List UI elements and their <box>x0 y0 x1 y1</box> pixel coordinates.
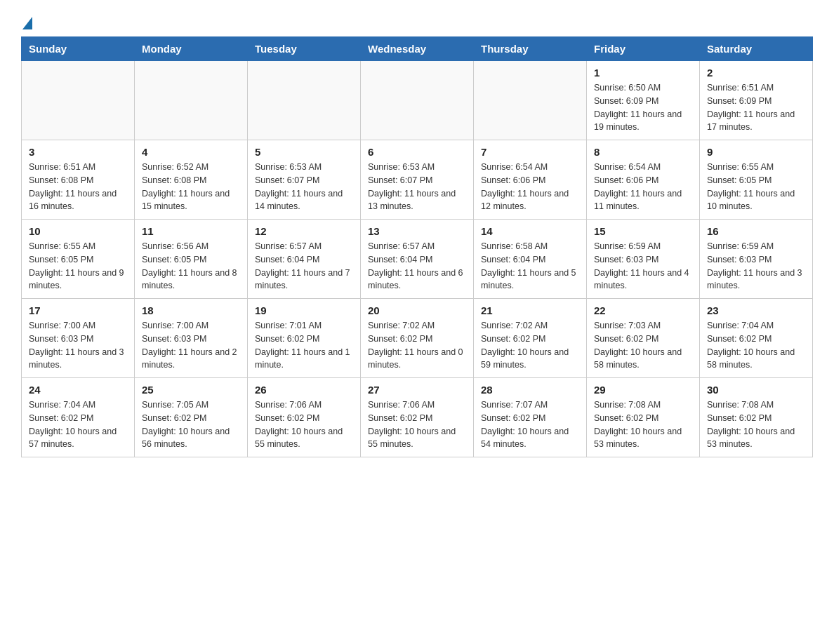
calendar-day-cell: 6Sunrise: 6:53 AMSunset: 6:07 PMDaylight… <box>361 140 474 220</box>
day-info: Sunrise: 7:03 AMSunset: 6:02 PMDaylight:… <box>594 319 692 372</box>
calendar-day-cell <box>361 61 474 140</box>
day-info: Sunrise: 6:57 AMSunset: 6:04 PMDaylight:… <box>368 240 466 293</box>
calendar-day-cell: 18Sunrise: 7:00 AMSunset: 6:03 PMDayligh… <box>135 299 248 378</box>
day-info: Sunrise: 6:54 AMSunset: 6:06 PMDaylight:… <box>594 161 692 213</box>
day-of-week-header-wednesday: Wednesday <box>361 37 474 61</box>
day-number: 26 <box>255 384 353 396</box>
day-number: 4 <box>142 146 240 158</box>
day-info: Sunrise: 7:08 AMSunset: 6:02 PMDaylight:… <box>594 398 692 451</box>
calendar-day-cell: 14Sunrise: 6:58 AMSunset: 6:04 PMDayligh… <box>474 220 587 299</box>
calendar-day-cell: 4Sunrise: 6:52 AMSunset: 6:08 PMDaylight… <box>135 140 248 220</box>
day-info: Sunrise: 7:00 AMSunset: 6:03 PMDaylight:… <box>142 319 240 372</box>
calendar-day-cell: 5Sunrise: 6:53 AMSunset: 6:07 PMDaylight… <box>248 140 361 220</box>
day-info: Sunrise: 7:08 AMSunset: 6:02 PMDaylight:… <box>707 398 805 451</box>
day-of-week-header-tuesday: Tuesday <box>248 37 361 61</box>
day-number: 6 <box>368 146 466 158</box>
calendar-day-cell: 21Sunrise: 7:02 AMSunset: 6:02 PMDayligh… <box>474 299 587 378</box>
calendar-day-cell <box>248 61 361 140</box>
day-info: Sunrise: 6:50 AMSunset: 6:09 PMDaylight:… <box>594 81 692 134</box>
calendar-week-row: 10Sunrise: 6:55 AMSunset: 6:05 PMDayligh… <box>22 220 813 299</box>
day-info: Sunrise: 7:07 AMSunset: 6:02 PMDaylight:… <box>481 398 579 451</box>
day-number: 12 <box>255 225 353 237</box>
day-of-week-header-monday: Monday <box>135 37 248 61</box>
calendar-day-cell: 2Sunrise: 6:51 AMSunset: 6:09 PMDaylight… <box>700 61 813 140</box>
calendar-day-cell: 26Sunrise: 7:06 AMSunset: 6:02 PMDayligh… <box>248 378 361 457</box>
calendar-week-row: 24Sunrise: 7:04 AMSunset: 6:02 PMDayligh… <box>22 378 813 457</box>
day-number: 21 <box>481 304 579 316</box>
day-info: Sunrise: 7:06 AMSunset: 6:02 PMDaylight:… <box>255 398 353 451</box>
day-info: Sunrise: 7:01 AMSunset: 6:02 PMDaylight:… <box>255 319 353 372</box>
day-number: 20 <box>368 304 466 316</box>
day-info: Sunrise: 7:02 AMSunset: 6:02 PMDaylight:… <box>368 319 466 372</box>
day-number: 13 <box>368 225 466 237</box>
calendar-day-cell: 8Sunrise: 6:54 AMSunset: 6:06 PMDaylight… <box>587 140 700 220</box>
day-info: Sunrise: 6:55 AMSunset: 6:05 PMDaylight:… <box>29 240 127 293</box>
calendar-day-cell: 10Sunrise: 6:55 AMSunset: 6:05 PMDayligh… <box>22 220 135 299</box>
day-number: 28 <box>481 384 579 396</box>
calendar-week-row: 17Sunrise: 7:00 AMSunset: 6:03 PMDayligh… <box>22 299 813 378</box>
day-number: 16 <box>707 225 805 237</box>
day-info: Sunrise: 6:57 AMSunset: 6:04 PMDaylight:… <box>255 240 353 293</box>
calendar-day-cell: 29Sunrise: 7:08 AMSunset: 6:02 PMDayligh… <box>587 378 700 457</box>
day-number: 29 <box>594 384 692 396</box>
day-of-week-header-saturday: Saturday <box>700 37 813 61</box>
day-info: Sunrise: 6:51 AMSunset: 6:08 PMDaylight:… <box>29 161 127 213</box>
calendar-day-cell: 22Sunrise: 7:03 AMSunset: 6:02 PMDayligh… <box>587 299 700 378</box>
day-of-week-header-sunday: Sunday <box>22 37 135 61</box>
calendar-day-cell: 15Sunrise: 6:59 AMSunset: 6:03 PMDayligh… <box>587 220 700 299</box>
day-info: Sunrise: 7:02 AMSunset: 6:02 PMDaylight:… <box>481 319 579 372</box>
day-number: 25 <box>142 384 240 396</box>
day-number: 30 <box>707 384 805 396</box>
day-number: 1 <box>594 67 692 79</box>
day-info: Sunrise: 6:51 AMSunset: 6:09 PMDaylight:… <box>707 81 805 134</box>
calendar-day-cell <box>474 61 587 140</box>
calendar-day-cell: 28Sunrise: 7:07 AMSunset: 6:02 PMDayligh… <box>474 378 587 457</box>
logo-triangle-icon <box>22 17 32 29</box>
calendar-day-cell: 20Sunrise: 7:02 AMSunset: 6:02 PMDayligh… <box>361 299 474 378</box>
calendar-day-cell: 23Sunrise: 7:04 AMSunset: 6:02 PMDayligh… <box>700 299 813 378</box>
day-info: Sunrise: 7:06 AMSunset: 6:02 PMDaylight:… <box>368 398 466 451</box>
day-number: 27 <box>368 384 466 396</box>
calendar-day-cell: 17Sunrise: 7:00 AMSunset: 6:03 PMDayligh… <box>22 299 135 378</box>
calendar-day-cell <box>22 61 135 140</box>
day-number: 24 <box>29 384 127 396</box>
day-number: 8 <box>594 146 692 158</box>
day-number: 15 <box>594 225 692 237</box>
calendar-day-cell: 1Sunrise: 6:50 AMSunset: 6:09 PMDaylight… <box>587 61 700 140</box>
calendar-day-cell: 30Sunrise: 7:08 AMSunset: 6:02 PMDayligh… <box>700 378 813 457</box>
calendar-day-cell: 16Sunrise: 6:59 AMSunset: 6:03 PMDayligh… <box>700 220 813 299</box>
day-info: Sunrise: 6:59 AMSunset: 6:03 PMDaylight:… <box>594 240 692 293</box>
day-info: Sunrise: 6:59 AMSunset: 6:03 PMDaylight:… <box>707 240 805 293</box>
header <box>21 14 813 29</box>
calendar-day-cell: 24Sunrise: 7:04 AMSunset: 6:02 PMDayligh… <box>22 378 135 457</box>
day-number: 11 <box>142 225 240 237</box>
calendar-day-cell: 7Sunrise: 6:54 AMSunset: 6:06 PMDaylight… <box>474 140 587 220</box>
day-of-week-header-thursday: Thursday <box>474 37 587 61</box>
day-info: Sunrise: 7:05 AMSunset: 6:02 PMDaylight:… <box>142 398 240 451</box>
calendar-day-cell: 3Sunrise: 6:51 AMSunset: 6:08 PMDaylight… <box>22 140 135 220</box>
day-info: Sunrise: 6:53 AMSunset: 6:07 PMDaylight:… <box>255 161 353 213</box>
day-info: Sunrise: 6:54 AMSunset: 6:06 PMDaylight:… <box>481 161 579 213</box>
day-info: Sunrise: 7:04 AMSunset: 6:02 PMDaylight:… <box>707 319 805 372</box>
calendar-day-cell: 19Sunrise: 7:01 AMSunset: 6:02 PMDayligh… <box>248 299 361 378</box>
day-info: Sunrise: 7:00 AMSunset: 6:03 PMDaylight:… <box>29 319 127 372</box>
calendar-day-cell: 13Sunrise: 6:57 AMSunset: 6:04 PMDayligh… <box>361 220 474 299</box>
calendar-day-cell: 11Sunrise: 6:56 AMSunset: 6:05 PMDayligh… <box>135 220 248 299</box>
day-number: 22 <box>594 304 692 316</box>
day-info: Sunrise: 7:04 AMSunset: 6:02 PMDaylight:… <box>29 398 127 451</box>
day-number: 23 <box>707 304 805 316</box>
calendar-week-row: 1Sunrise: 6:50 AMSunset: 6:09 PMDaylight… <box>22 61 813 140</box>
day-info: Sunrise: 6:58 AMSunset: 6:04 PMDaylight:… <box>481 240 579 293</box>
day-number: 10 <box>29 225 127 237</box>
calendar-header-row: SundayMondayTuesdayWednesdayThursdayFrid… <box>22 37 813 61</box>
day-info: Sunrise: 6:55 AMSunset: 6:05 PMDaylight:… <box>707 161 805 213</box>
day-info: Sunrise: 6:56 AMSunset: 6:05 PMDaylight:… <box>142 240 240 293</box>
day-number: 2 <box>707 67 805 79</box>
day-info: Sunrise: 6:52 AMSunset: 6:08 PMDaylight:… <box>142 161 240 213</box>
calendar: SundayMondayTuesdayWednesdayThursdayFrid… <box>21 36 813 457</box>
calendar-day-cell: 9Sunrise: 6:55 AMSunset: 6:05 PMDaylight… <box>700 140 813 220</box>
day-info: Sunrise: 6:53 AMSunset: 6:07 PMDaylight:… <box>368 161 466 213</box>
day-number: 9 <box>707 146 805 158</box>
day-number: 14 <box>481 225 579 237</box>
day-number: 5 <box>255 146 353 158</box>
